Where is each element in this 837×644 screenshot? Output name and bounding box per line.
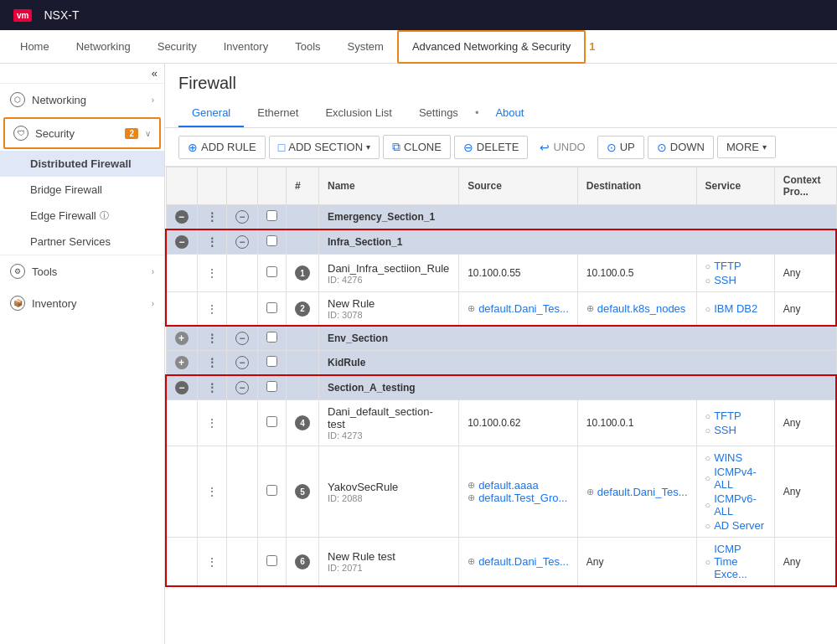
service-label-tftp-4[interactable]: TFTP	[714, 410, 741, 422]
checkbox-rule-6[interactable]	[266, 555, 277, 566]
check-infra[interactable]	[258, 229, 287, 255]
rule-check-5[interactable]	[258, 446, 287, 538]
rule-check-6[interactable]	[258, 538, 287, 587]
check-env[interactable]	[258, 326, 287, 351]
tab-ethernet[interactable]: Ethernet	[244, 100, 312, 127]
up-button[interactable]: ⊙ UP	[597, 136, 644, 159]
sidebar-item-inventory[interactable]: 📦 Inventory ›	[0, 287, 164, 319]
sidebar-item-distributed-firewall[interactable]: Distributed Firewall	[0, 151, 164, 177]
check-kid[interactable]	[258, 351, 287, 376]
tab-networking[interactable]: Networking	[63, 30, 144, 64]
rule-name-4: Dani_default_section-test ID: 4273	[319, 400, 459, 446]
service-label-icmpv6[interactable]: ICMPv6-ALL	[714, 492, 766, 518]
rule-ctrl-2	[166, 292, 198, 327]
tab-settings[interactable]: Settings	[406, 100, 472, 127]
checkbox-rule-2[interactable]	[266, 302, 277, 313]
add-section-button[interactable]: □ ADD SECTION ▾	[269, 136, 380, 159]
section-name-kid: KidRule	[319, 351, 837, 376]
add-rule-button[interactable]: ⊕ ADD RULE	[178, 136, 266, 159]
drag-sectiona[interactable]: ⋮	[198, 375, 227, 400]
service-label-icmpv4[interactable]: ICMPv4-ALL	[714, 466, 766, 491]
down-icon: ⊙	[657, 141, 667, 154]
check-emergency[interactable]	[258, 205, 287, 230]
undo-button[interactable]: ↩ UNDO	[531, 137, 593, 158]
check-sectiona[interactable]	[258, 375, 287, 400]
service-label-tftp-1[interactable]: TFTP	[714, 260, 741, 272]
hash-env	[287, 326, 319, 351]
service-item-ssh-1: ○ SSH	[705, 274, 766, 286]
dest-link-5[interactable]: default.Dani_Tes...	[597, 486, 688, 498]
tab-advanced-networking[interactable]: Advanced Networking & Security	[397, 30, 586, 64]
section-row-emergency: − ⋮ − Emergency_Section_1	[166, 205, 836, 230]
checkbox-sectiona[interactable]	[266, 381, 277, 392]
table-header-row: # Name Source Destination Service Contex…	[166, 167, 836, 205]
service-label-icmp-time[interactable]: ICMP Time Exce...	[714, 543, 766, 580]
tab-about[interactable]: About	[482, 100, 537, 127]
sidebar-item-networking[interactable]: ⬡ Networking ›	[0, 84, 164, 116]
down-button[interactable]: ⊙ DOWN	[648, 136, 714, 159]
service-label-ssh-1[interactable]: SSH	[714, 274, 736, 286]
delete-button[interactable]: ⊖ DELETE	[454, 136, 529, 159]
drag-infra[interactable]: ⋮	[198, 229, 227, 255]
checkbox-infra[interactable]	[266, 235, 277, 246]
source-item-2: ⊕ default.Dani_Tes...	[468, 302, 569, 315]
clone-button[interactable]: ⧉ CLONE	[383, 135, 451, 159]
dest-link-2[interactable]: default.k8s_nodes	[597, 302, 686, 315]
section-expand-env[interactable]: +	[175, 332, 189, 345]
sidebar-item-partner-services[interactable]: Partner Services	[0, 229, 164, 255]
tab-tools[interactable]: Tools	[282, 30, 333, 64]
drag-env[interactable]: ⋮	[198, 326, 227, 351]
tab-security[interactable]: Security	[144, 30, 210, 64]
globe-icon-dst-5: ⊕	[586, 487, 594, 497]
more-button[interactable]: MORE ▾	[717, 136, 776, 158]
sidebar-item-bridge-firewall[interactable]: Bridge Firewall	[0, 177, 164, 203]
rule-drag-2[interactable]: ⋮	[198, 292, 227, 327]
sidebar-item-tools[interactable]: ⚙ Tools ›	[0, 255, 164, 287]
th-check	[258, 167, 287, 205]
section-collapse-emergency[interactable]: −	[175, 210, 189, 224]
service-label-wins[interactable]: WINS	[714, 451, 742, 464]
rule-drag-5[interactable]: ⋮	[198, 446, 227, 538]
service-icon-tftp-4: ○	[705, 411, 711, 421]
service-item-icmpv6: ○ ICMPv6-ALL	[705, 492, 766, 518]
section-collapse-infra[interactable]: −	[175, 235, 189, 249]
sidebar-item-security[interactable]: 🛡 Security 2 ∨	[3, 117, 161, 149]
tab-inventory[interactable]: Inventory	[210, 30, 282, 64]
sidebar-item-edge-firewall[interactable]: Edge Firewall ⓘ	[0, 203, 164, 229]
drag-kid[interactable]: ⋮	[198, 351, 227, 376]
sidebar-collapse[interactable]: «	[0, 64, 164, 84]
service-item-tftp-1: ○ TFTP	[705, 260, 766, 272]
info-icon[interactable]: ⓘ	[100, 209, 109, 222]
service-icon-ssh-4: ○	[705, 425, 711, 435]
service-label-ibm[interactable]: IBM DB2	[714, 302, 757, 315]
rule-drag-4[interactable]: ⋮	[198, 400, 227, 446]
source-link-6[interactable]: default.Dani_Tes...	[478, 555, 569, 568]
tab-general[interactable]: General	[178, 100, 244, 127]
checkbox-env[interactable]	[266, 332, 277, 343]
rule-source-1: 10.100.0.55	[459, 255, 578, 292]
checkbox-rule-4[interactable]	[266, 416, 277, 427]
drag-icon-1: ⋮	[206, 266, 218, 280]
source-link-2[interactable]: default.Dani_Tes...	[478, 302, 569, 315]
source-link-5a[interactable]: default.aaaa	[478, 479, 539, 492]
service-label-ssh-4[interactable]: SSH	[714, 424, 736, 436]
tab-system[interactable]: System	[334, 30, 397, 64]
edge-firewall-label: Edge Firewall	[30, 209, 96, 222]
service-label-adserver[interactable]: AD Server	[714, 519, 764, 532]
rule-drag-6[interactable]: ⋮	[198, 538, 227, 587]
checkbox-rule-1[interactable]	[266, 266, 277, 277]
rule-drag-1[interactable]: ⋮	[198, 255, 227, 292]
source-link-5b[interactable]: default.Test_Gro...	[478, 492, 567, 504]
section-collapse-sectiona[interactable]: −	[175, 381, 189, 394]
rule-check-4[interactable]	[258, 400, 287, 446]
checkbox-rule-5[interactable]	[266, 485, 277, 496]
tab-home[interactable]: Home	[7, 30, 63, 64]
drag-emergency[interactable]: ⋮	[198, 205, 227, 230]
section-expand-kid[interactable]: +	[175, 356, 189, 369]
rule-check-2[interactable]	[258, 292, 287, 327]
checkbox-kid[interactable]	[266, 356, 277, 367]
tab-exclusion-list[interactable]: Exclusion List	[312, 100, 405, 127]
rule-check-1[interactable]	[258, 255, 287, 292]
rule-source-2: ⊕ default.Dani_Tes...	[459, 292, 578, 327]
checkbox-emergency[interactable]	[266, 210, 277, 221]
